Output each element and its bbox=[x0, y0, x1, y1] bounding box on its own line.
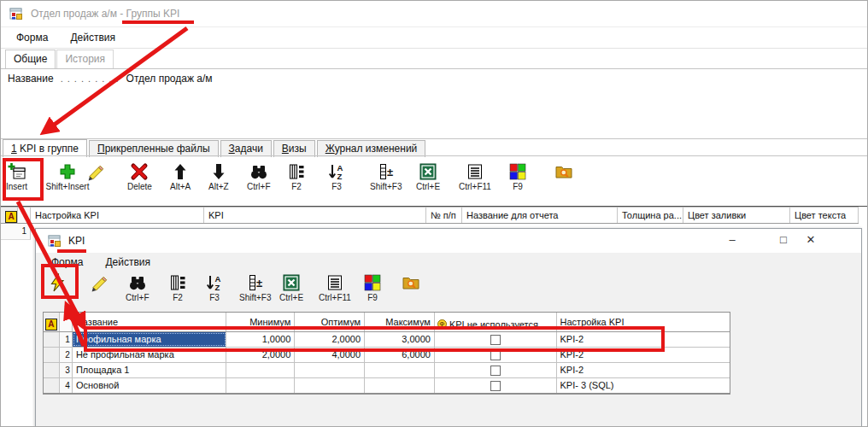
cell-opt[interactable] bbox=[295, 378, 365, 393]
cell-name[interactable]: Основной bbox=[73, 378, 227, 393]
checkbox-unchecked[interactable] bbox=[490, 366, 501, 376]
colors-button[interactable]: F9 bbox=[363, 273, 382, 302]
cell-min[interactable] bbox=[226, 378, 295, 393]
button-label: Ctrl+E bbox=[416, 183, 440, 191]
col-header-nastroyka-kpi[interactable]: Настройка KPI bbox=[557, 313, 730, 331]
filter-button[interactable]: Shift+F3 bbox=[239, 273, 272, 302]
row-indicator-cell bbox=[44, 332, 60, 347]
cell-max[interactable] bbox=[365, 363, 435, 377]
folder-search-button[interactable] bbox=[554, 162, 573, 183]
cell-max[interactable] bbox=[365, 378, 435, 393]
col-header-tsvet-teksta[interactable]: Цвет текста bbox=[790, 208, 859, 223]
lightning-run-button[interactable] bbox=[48, 273, 67, 294]
delete-button[interactable]: Delete bbox=[127, 162, 152, 191]
main-window-title: Отдел продаж а/м - Группы KPI bbox=[31, 8, 179, 20]
button-label: F9 bbox=[513, 183, 523, 191]
kpi-row-ne-profilnaya-marka[interactable]: 2 Не профильная марка 2,0000 4,0000 6,00… bbox=[44, 348, 730, 363]
app-icon bbox=[48, 234, 62, 248]
cell-min[interactable]: 1,0000 bbox=[226, 332, 295, 347]
checkbox-unchecked[interactable] bbox=[490, 381, 501, 391]
col-header-optimum[interactable]: Оптимум bbox=[295, 313, 365, 331]
dialog-menu-forma[interactable]: Форма bbox=[36, 253, 94, 272]
cell-min[interactable] bbox=[226, 363, 295, 377]
tab-prikreplennye-fayly[interactable]: Прикрепленные файлы bbox=[89, 140, 219, 157]
col-header-tsvet-zalivki[interactable]: Цвет заливки bbox=[683, 208, 790, 223]
checkbox-unchecked[interactable] bbox=[490, 350, 501, 360]
list-view-button[interactable]: Ctrl+F11 bbox=[319, 273, 351, 302]
col-header-nazvanie-dlya-otcheta[interactable]: Название для отчета bbox=[462, 208, 618, 223]
col-header-kpi[interactable]: KPI bbox=[204, 208, 426, 223]
excel-export-button[interactable]: Ctrl+E bbox=[416, 162, 440, 191]
button-label: Alt+Z bbox=[208, 183, 229, 191]
move-up-button[interactable]: Alt+A bbox=[170, 162, 191, 191]
kpi-row-osnovnoy[interactable]: 4 Основной KPI- 3 (SQL) bbox=[44, 378, 730, 394]
top-tabs: Общие История bbox=[5, 50, 114, 69]
cell-max[interactable]: 3,0000 bbox=[365, 332, 435, 347]
cell-kpi[interactable]: KPI- 3 (SQL) bbox=[557, 378, 730, 393]
tab-kpi-v-gruppe[interactable]: 1 KPI в группе bbox=[3, 139, 87, 157]
sort-button[interactable]: F3 bbox=[327, 162, 346, 191]
maximize-button[interactable]: □ bbox=[769, 231, 798, 250]
name-field-value[interactable]: Отдел продаж а/м bbox=[126, 73, 213, 85]
col-header-npp[interactable]: № п/п bbox=[426, 208, 462, 223]
grid-corner-cell[interactable]: A bbox=[44, 313, 60, 331]
col-header-minimum[interactable]: Минимум bbox=[226, 313, 295, 331]
menu-forma[interactable]: Форма bbox=[1, 28, 59, 47]
row-number: 1 bbox=[60, 332, 73, 347]
close-button[interactable]: ✕ bbox=[796, 231, 825, 250]
find-button[interactable]: Ctrl+F bbox=[126, 273, 150, 302]
cell-name[interactable]: Площадка 1 bbox=[73, 363, 227, 377]
columns-button[interactable]: F2 bbox=[168, 273, 187, 302]
checkbox-unchecked[interactable] bbox=[490, 335, 501, 345]
tab-istoriya[interactable]: История bbox=[56, 50, 114, 69]
cell-min[interactable]: 2,0000 bbox=[226, 348, 295, 362]
kpi-row-ploshchadka-1[interactable]: 3 Площадка 1 KPI-2 bbox=[44, 363, 730, 378]
row-indicator-cell bbox=[44, 348, 60, 362]
tab-zhurnal-izmeneniy[interactable]: Журнал изменений bbox=[317, 140, 426, 157]
cell-max[interactable]: 6,0000 bbox=[365, 348, 435, 362]
cell-kpi[interactable]: KPI-2 bbox=[557, 363, 730, 377]
button-label: Ctrl+F11 bbox=[459, 183, 491, 191]
button-label: F9 bbox=[367, 294, 378, 302]
columns-button[interactable]: F2 bbox=[287, 162, 306, 191]
pencil-icon bbox=[90, 273, 108, 292]
cell-opt[interactable] bbox=[295, 363, 365, 377]
col-header-kpi-ne-ispolzuetsya[interactable]: ФKPI не используется bbox=[435, 313, 557, 331]
grid-corner-cell[interactable]: A bbox=[1, 208, 18, 223]
cell-name[interactable]: Не профильная марка bbox=[73, 348, 227, 362]
menu-deystviya[interactable]: Действия bbox=[59, 28, 126, 47]
move-down-button[interactable]: Alt+Z bbox=[208, 162, 229, 191]
cell-opt[interactable]: 2,0000 bbox=[295, 332, 365, 347]
shift-insert-button[interactable]: Shift+Insert bbox=[45, 162, 90, 191]
cell-name-selected[interactable]: Профильная марка bbox=[73, 332, 227, 347]
cell-kpi[interactable]: KPI-2 bbox=[557, 348, 730, 362]
cell-opt[interactable]: 4,0000 bbox=[295, 348, 365, 362]
filter-plusminus-icon bbox=[377, 162, 396, 181]
minimize-button[interactable]: – bbox=[718, 231, 747, 250]
cell-kpi[interactable]: KPI-2 bbox=[557, 332, 730, 347]
excel-export-button[interactable]: Ctrl+E bbox=[279, 273, 303, 302]
folder-search-button[interactable] bbox=[402, 273, 420, 294]
edit-button[interactable] bbox=[90, 273, 108, 294]
find-button[interactable]: Ctrl+F bbox=[247, 162, 271, 191]
col-header-nastroyka-kpi[interactable]: Настройка KPI bbox=[31, 208, 204, 223]
edit-button[interactable] bbox=[86, 162, 105, 183]
dialog-menu-deystviya[interactable]: Действия bbox=[94, 253, 161, 272]
filter-button[interactable]: Shift+F3 bbox=[370, 162, 402, 191]
list-view-button[interactable]: Ctrl+F11 bbox=[459, 162, 491, 191]
binoculars-icon bbox=[249, 162, 268, 181]
button-label: Shift+F3 bbox=[370, 183, 402, 191]
col-header-tolshchina[interactable]: Толщина ра... bbox=[618, 208, 683, 223]
kpi-row-profilnaya-marka[interactable]: 1 Профильная марка 1,0000 2,0000 3,0000 … bbox=[44, 332, 730, 348]
sort-button[interactable]: F3 bbox=[205, 273, 224, 302]
col-header-nazvanie[interactable]: Название bbox=[73, 313, 227, 331]
insert-button[interactable]: Insert bbox=[6, 162, 27, 191]
main-grid-row[interactable]: 1 bbox=[1, 225, 31, 240]
tab-obshchie[interactable]: Общие bbox=[5, 50, 56, 69]
kpi-grid: A Название Минимум Оптимум Максимум ФKPI… bbox=[43, 312, 730, 395]
tab-zadachi[interactable]: Задачи bbox=[220, 140, 272, 157]
row-number: 1 bbox=[1, 225, 31, 240]
tab-vizy[interactable]: Визы bbox=[273, 140, 315, 157]
col-header-maksimum[interactable]: Максимум bbox=[365, 313, 435, 331]
colors-button[interactable]: F9 bbox=[508, 162, 527, 191]
